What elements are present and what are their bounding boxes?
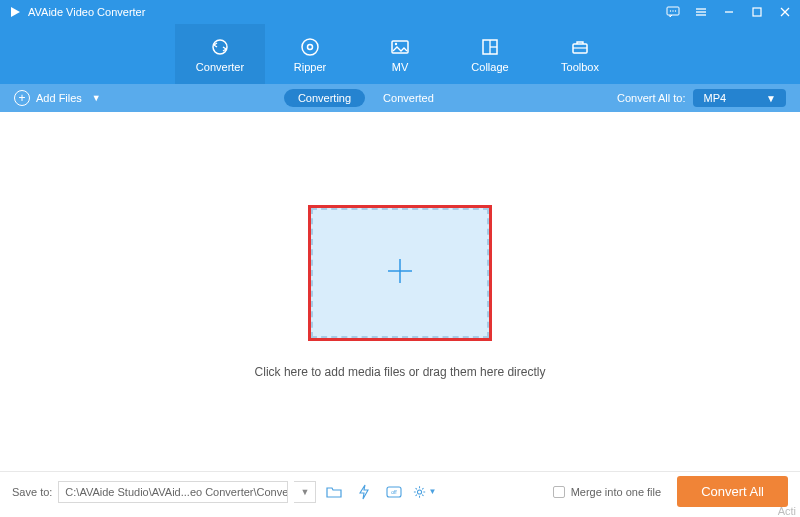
dropzone-highlight	[308, 205, 492, 341]
plus-circle-icon: +	[14, 90, 30, 106]
nav-collage[interactable]: Collage	[445, 24, 535, 84]
convert-all-button[interactable]: Convert All	[677, 476, 788, 507]
svg-point-4	[675, 10, 676, 11]
minimize-button[interactable]	[722, 5, 736, 19]
svg-point-26	[418, 489, 422, 493]
save-path-field[interactable]: C:\AVAide Studio\AVAid...eo Converter\Co…	[58, 481, 288, 503]
add-files-button[interactable]: + Add Files ▼	[14, 90, 101, 106]
converter-icon	[209, 36, 231, 58]
format-value: MP4	[703, 92, 726, 104]
svg-point-16	[395, 42, 397, 44]
svg-marker-0	[11, 7, 20, 17]
svg-rect-9	[753, 8, 761, 16]
close-button[interactable]	[778, 5, 792, 19]
nav-label: Ripper	[294, 61, 326, 73]
nav-converter[interactable]: Converter	[175, 24, 265, 84]
svg-point-2	[670, 10, 671, 11]
svg-point-14	[308, 44, 313, 49]
mv-icon	[389, 36, 411, 58]
high-speed-icon[interactable]	[352, 481, 376, 503]
svg-text:off: off	[392, 489, 398, 495]
app-title: AVAide Video Converter	[28, 6, 145, 18]
merge-label: Merge into one file	[571, 486, 662, 498]
save-to-label: Save to:	[12, 486, 52, 498]
chevron-down-icon: ▼	[428, 487, 436, 496]
nav-toolbox[interactable]: Toolbox	[535, 24, 625, 84]
output-format-select[interactable]: MP4 ▼	[693, 89, 786, 107]
open-folder-button[interactable]	[322, 481, 346, 503]
svg-point-12	[213, 40, 227, 54]
toolbox-icon	[569, 36, 591, 58]
convert-all-to-label: Convert All to:	[617, 92, 685, 104]
main-area: Click here to add media files or drag th…	[0, 112, 800, 472]
svg-point-3	[672, 10, 673, 11]
plus-icon	[380, 251, 420, 295]
nav-label: Converter	[196, 61, 244, 73]
svg-rect-15	[392, 41, 408, 53]
tab-converting[interactable]: Converting	[284, 89, 365, 107]
settings-button[interactable]: ▼	[412, 481, 436, 503]
nav-ripper[interactable]: Ripper	[265, 24, 355, 84]
feedback-icon[interactable]	[666, 5, 680, 19]
dropzone-hint: Click here to add media files or drag th…	[255, 365, 546, 379]
nav-mv[interactable]: MV	[355, 24, 445, 84]
menu-icon[interactable]	[694, 5, 708, 19]
title-bar: AVAide Video Converter	[0, 0, 800, 24]
window-controls	[666, 5, 792, 19]
add-files-label: Add Files	[36, 92, 82, 104]
svg-point-13	[302, 39, 318, 55]
nav-label: Collage	[471, 61, 508, 73]
checkbox-icon	[553, 486, 565, 498]
watermark-text: Acti	[778, 505, 796, 517]
save-path-dropdown[interactable]: ▼	[294, 481, 316, 503]
footer-bar: Save to: C:\AVAide Studio\AVAid...eo Con…	[0, 471, 800, 511]
maximize-button[interactable]	[750, 5, 764, 19]
merge-checkbox[interactable]: Merge into one file	[553, 486, 662, 498]
save-path-value: C:\AVAide Studio\AVAid...eo Converter\Co…	[65, 486, 288, 498]
add-media-dropzone[interactable]	[311, 208, 489, 338]
ripper-icon	[299, 36, 321, 58]
app-logo-icon	[8, 5, 22, 19]
nav-label: MV	[392, 61, 409, 73]
gpu-accel-icon[interactable]: off	[382, 481, 406, 503]
chevron-down-icon: ▼	[766, 93, 776, 104]
tab-converted[interactable]: Converted	[383, 92, 434, 104]
toolbar: + Add Files ▼ Converting Converted Conve…	[0, 84, 800, 112]
collage-icon	[479, 36, 501, 58]
main-nav: Converter Ripper MV Collage Toolbox	[0, 24, 800, 84]
chevron-down-icon: ▼	[92, 93, 101, 103]
nav-label: Toolbox	[561, 61, 599, 73]
